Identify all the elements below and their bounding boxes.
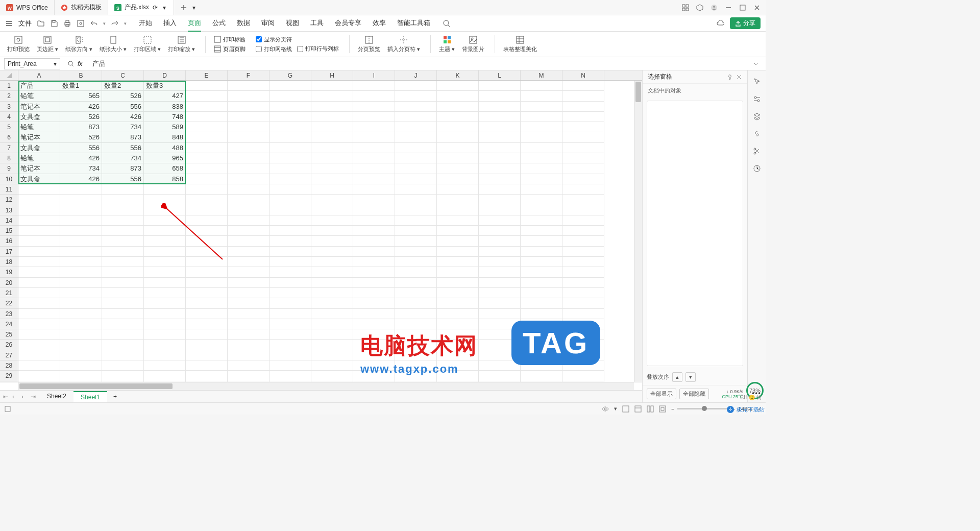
cell[interactable] [311,360,353,371]
col-header[interactable]: G [270,70,311,80]
cell[interactable] [521,309,562,319]
cell[interactable] [270,91,311,101]
cell[interactable]: 748 [144,112,186,122]
cell[interactable] [311,112,353,122]
menu-tab[interactable]: 效率 [373,15,386,32]
menu-tab[interactable]: 插入 [163,15,177,32]
row-header[interactable]: 22 [0,298,18,308]
cell[interactable] [144,195,186,205]
order-up-button[interactable]: ▴ [672,372,682,382]
eye-icon[interactable] [602,405,609,413]
cell[interactable] [144,381,186,382]
cell[interactable] [228,81,270,91]
cell[interactable] [521,102,562,112]
cell[interactable]: 556 [102,102,144,112]
cell[interactable] [562,205,604,215]
cell[interactable] [60,184,102,195]
print-scale-button[interactable]: 打印缩放 ▾ [168,35,195,53]
cell[interactable] [437,247,479,257]
cell[interactable] [18,236,60,246]
cell[interactable] [186,350,228,360]
cell[interactable] [228,371,270,381]
cell[interactable] [437,174,479,184]
cell[interactable] [395,288,437,298]
cell[interactable] [60,381,102,382]
cell[interactable] [311,278,353,288]
cell[interactable]: 858 [144,174,186,184]
cell[interactable] [311,288,353,298]
cell[interactable] [437,195,479,205]
cell[interactable] [311,309,353,319]
cell[interactable] [562,81,604,91]
cell[interactable] [102,360,144,371]
cell[interactable] [270,278,311,288]
cell[interactable] [186,267,228,277]
cell[interactable] [479,195,521,205]
select-all-corner[interactable] [0,70,18,80]
cell[interactable] [311,247,353,257]
cell[interactable] [144,340,186,350]
cell[interactable] [353,91,395,101]
cell[interactable] [479,257,521,267]
cell[interactable] [562,143,604,153]
cell[interactable] [186,236,228,246]
tab-template[interactable]: 找稻壳模板 [55,0,108,15]
cell[interactable]: 铅笔 [18,91,60,101]
clip-icon[interactable] [753,147,761,155]
cell[interactable]: 笔记本 [18,163,60,174]
pagebreak-preview-button[interactable]: 分页预览 [358,35,380,53]
cell[interactable] [270,329,311,340]
cell[interactable] [60,288,102,298]
cell[interactable]: 556 [60,143,102,153]
cell[interactable] [521,371,562,381]
cell[interactable] [102,381,144,382]
cell[interactable] [228,205,270,215]
cell[interactable]: 734 [102,122,144,132]
cell[interactable] [395,205,437,215]
cell[interactable] [479,205,521,215]
cell[interactable] [395,112,437,122]
cell[interactable] [144,236,186,246]
cell[interactable] [562,132,604,142]
row-header[interactable]: 6 [0,132,18,142]
cell[interactable] [311,350,353,360]
cell[interactable] [270,371,311,381]
cell[interactable] [60,350,102,360]
cell[interactable] [228,112,270,122]
share-button[interactable]: 分享 [730,17,761,29]
save-icon[interactable] [50,19,58,28]
cell[interactable] [270,143,311,153]
cell[interactable] [102,278,144,288]
cell[interactable] [186,91,228,101]
cell[interactable] [521,143,562,153]
cell[interactable] [186,102,228,112]
cell[interactable] [144,226,186,236]
cell[interactable] [437,329,479,340]
cell[interactable] [228,247,270,257]
cell[interactable]: 526 [60,132,102,142]
col-header[interactable]: L [479,70,521,80]
cell[interactable] [18,184,60,195]
cell[interactable]: 产品 [18,81,60,91]
cell[interactable] [437,298,479,308]
cell[interactable] [479,91,521,101]
cell[interactable] [562,288,604,298]
cell[interactable] [437,112,479,122]
cell[interactable] [270,122,311,132]
cell[interactable] [102,195,144,205]
theme-button[interactable]: 主题 ▾ [439,35,455,53]
cell-grid[interactable]: 产品数量1数量2数量3铅笔565526427笔记本426556838文具盒526… [18,81,634,382]
cell[interactable] [311,319,353,329]
sheet-nav-next[interactable]: › [21,393,29,400]
print-gridlines-checkbox[interactable]: 打印网格线 [256,45,292,53]
cell[interactable] [521,132,562,142]
cell[interactable] [270,350,311,360]
row-header[interactable]: 17 [0,247,18,257]
cell[interactable] [186,163,228,174]
cell[interactable] [311,340,353,350]
open-icon[interactable] [37,19,45,28]
cell[interactable]: 文具盒 [18,143,60,153]
col-header[interactable]: C [102,70,144,80]
cell[interactable] [270,360,311,371]
cell[interactable] [60,215,102,226]
